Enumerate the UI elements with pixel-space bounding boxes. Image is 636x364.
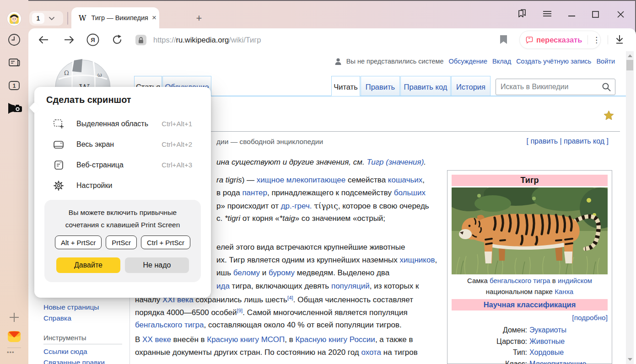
collections-button[interactable] bbox=[8, 56, 21, 69]
sidebar-bottom-divider bbox=[7, 348, 21, 348]
popup-title: Сделать скриншот bbox=[46, 95, 131, 105]
classification-rows: Домен: Эукариоты Царство: Животные Тип: … bbox=[452, 325, 608, 364]
section-edit-links[interactable]: [ править | править код ] bbox=[527, 137, 609, 145]
tab-group-pill[interactable]: 1 bbox=[29, 11, 63, 26]
row-value-link[interactable]: Млекопитающие bbox=[529, 359, 586, 364]
new-tab-button[interactable]: + bbox=[194, 14, 204, 24]
active-browser-tab[interactable]: W Тигр — Википедия × bbox=[71, 7, 159, 28]
image-caption-line1: Самка бенгальского тигра в индийском bbox=[452, 276, 608, 285]
reload-button[interactable] bbox=[112, 34, 123, 45]
wikipedia-favicon: W bbox=[79, 14, 86, 22]
scroll-down-arrow[interactable] bbox=[628, 358, 632, 361]
anon-notice: Вы не представлились системе bbox=[346, 58, 444, 65]
link-create-account[interactable]: Создать учётную запись bbox=[516, 58, 591, 65]
minimize-icon bbox=[568, 15, 576, 17]
menu-item-selected-area[interactable]: Выделенная область Ctrl+Alt+1 bbox=[34, 113, 211, 134]
article-line: ишь белому и бурому медведям. Выделено д… bbox=[216, 268, 389, 278]
menu-item-full-screen[interactable]: Весь экран Ctrl+Alt+2 bbox=[34, 134, 211, 155]
scientific-classification-header[interactable]: Научная классификация bbox=[452, 299, 608, 310]
yandex-search-button[interactable]: Я bbox=[86, 33, 99, 46]
accept-button[interactable]: Давайте bbox=[56, 257, 120, 273]
link-login[interactable]: Войти bbox=[596, 58, 615, 65]
downloads-button[interactable] bbox=[615, 35, 624, 44]
sidebar-link-what-links-here[interactable]: Ссылки сюда bbox=[43, 348, 87, 356]
menu-item-settings[interactable]: Настройки bbox=[34, 175, 211, 196]
retell-quote-icon: “ bbox=[526, 35, 533, 45]
wiki-search-box[interactable] bbox=[496, 79, 615, 95]
sidebar-add-button[interactable] bbox=[8, 311, 21, 324]
history-button[interactable] bbox=[8, 33, 21, 46]
url-path: /wiki/Тигр bbox=[229, 36, 261, 44]
scrollbar-thumb[interactable] bbox=[626, 60, 633, 70]
article-line: их. Тигр является одним из крупнейших на… bbox=[216, 256, 437, 265]
bookmark-page-button[interactable] bbox=[500, 35, 507, 44]
scroll-up-arrow[interactable] bbox=[628, 54, 632, 57]
yandex-mail-button[interactable] bbox=[7, 330, 20, 343]
site-security-badge[interactable] bbox=[135, 35, 146, 45]
tabs-panel-button[interactable]: 1 bbox=[8, 79, 21, 92]
link-contributions[interactable]: Вклад bbox=[492, 58, 511, 65]
featured-article-star[interactable] bbox=[604, 111, 614, 120]
arrow-right-icon bbox=[64, 36, 74, 44]
classification-row: Класс: Млекопитающие bbox=[452, 359, 608, 364]
decline-button[interactable]: Не надо bbox=[125, 257, 189, 273]
tab-close-icon[interactable]: × bbox=[152, 13, 156, 22]
address-bar[interactable]: https://ru.wikipedia.org/wiki/Тигр bbox=[153, 36, 261, 44]
sidebar-link-related-changes[interactable]: Связанные правки bbox=[43, 359, 105, 364]
tab-edit-source[interactable]: Править код bbox=[400, 76, 451, 96]
clock-icon bbox=[8, 33, 21, 46]
chip-ctrl-prtscr: Ctrl + PrtScr bbox=[141, 236, 190, 249]
row-value-link[interactable]: Хордовые bbox=[529, 347, 564, 359]
article-line: с. *tigri от корня «*taig» со значением … bbox=[216, 214, 385, 223]
classification-row: Домен: Эукариоты bbox=[452, 325, 608, 336]
maximize-button[interactable] bbox=[592, 11, 599, 18]
menu-item-web-page[interactable]: Веб-страница Ctrl+Alt+3 bbox=[34, 155, 211, 175]
hint-line1: Вы можете включить привычные bbox=[44, 209, 201, 217]
tab-count-badge[interactable]: 1 bbox=[32, 13, 44, 24]
row-value-link[interactable]: Эукариоты bbox=[529, 325, 566, 336]
close-window-button[interactable] bbox=[617, 11, 624, 18]
retell-button[interactable]: “ пересказать ⋮ bbox=[519, 31, 601, 49]
yandex-logo-icon: Я bbox=[86, 33, 99, 46]
chevron-down-icon[interactable] bbox=[49, 16, 55, 21]
user-icon bbox=[335, 58, 341, 65]
row-label: Домен: bbox=[452, 325, 529, 336]
profile-avatar[interactable] bbox=[7, 12, 21, 26]
tab-read[interactable]: Читать bbox=[331, 76, 360, 96]
article-line: в рода пантер, принадлежащего к подсемей… bbox=[216, 188, 426, 198]
tiger-photo[interactable] bbox=[452, 187, 608, 274]
reload-icon bbox=[112, 34, 123, 45]
article-line: елей этого вида встречаются крупнейшие ж… bbox=[216, 243, 405, 252]
taxobox: Тигр bbox=[447, 170, 612, 364]
sidebar-link-new-pages[interactable]: Новые страницы bbox=[43, 303, 99, 311]
row-label: Царство: bbox=[452, 336, 529, 348]
retell-divider bbox=[587, 35, 588, 44]
menu-item-label: Выделенная область bbox=[76, 120, 162, 128]
forward-button[interactable] bbox=[64, 36, 74, 44]
browser-menu-button[interactable] bbox=[543, 11, 552, 17]
screenshot-tool-button[interactable] bbox=[8, 102, 21, 114]
tab-history[interactable]: История bbox=[451, 76, 490, 96]
bookmark-icon bbox=[500, 35, 507, 44]
sidebar-link-help[interactable]: Справка bbox=[43, 314, 71, 322]
svg-text:Ω: Ω bbox=[64, 70, 69, 76]
tab-edit[interactable]: Править bbox=[361, 76, 400, 96]
minimize-button[interactable] bbox=[568, 15, 576, 17]
browser-window: 1 W Тигр — Википедия × + bbox=[0, 0, 636, 364]
retell-overflow-icon[interactable]: ⋮ bbox=[593, 35, 600, 45]
wiki-personal-bar: Вы не представлились системе Обсуждение … bbox=[335, 58, 615, 65]
search-input[interactable] bbox=[496, 83, 602, 91]
classification-row: Царство: Животные bbox=[452, 336, 608, 348]
side-panel-toggle-button[interactable] bbox=[517, 8, 527, 18]
mail-icon bbox=[7, 330, 21, 343]
back-button[interactable] bbox=[38, 36, 49, 44]
area-selection-icon bbox=[53, 118, 64, 129]
page-scrollbar[interactable] bbox=[626, 51, 634, 364]
article-line: порядка 4000—6500 особей[9]. Самой много… bbox=[135, 308, 408, 317]
details-link[interactable]: [подробно] bbox=[452, 314, 608, 322]
sidebar-more-button[interactable]: ••• bbox=[7, 349, 15, 356]
gear-icon bbox=[53, 180, 64, 191]
row-value-link[interactable]: Животные bbox=[529, 336, 565, 348]
search-icon[interactable] bbox=[602, 82, 611, 91]
link-discussion[interactable]: Обсуждение bbox=[448, 58, 487, 65]
